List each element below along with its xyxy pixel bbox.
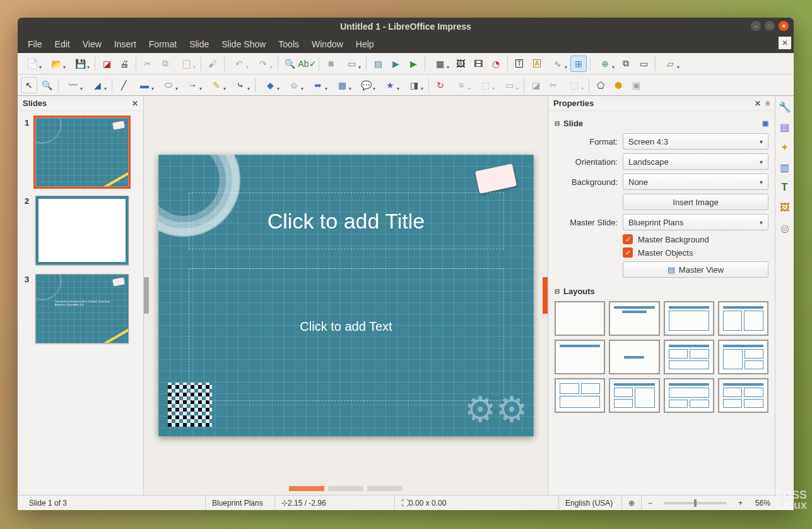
layout-content-two[interactable] bbox=[718, 340, 768, 374]
master-view-button[interactable]: ▤ Master View bbox=[623, 261, 768, 278]
layout-title[interactable] bbox=[609, 301, 659, 336]
image-button[interactable]: 🖼 bbox=[452, 56, 469, 72]
symbol-shapes-tool[interactable]: ☺ bbox=[283, 77, 305, 93]
menu-help[interactable]: Help bbox=[350, 37, 380, 52]
nav-marker-3[interactable] bbox=[367, 486, 403, 491]
arrow-tool[interactable]: → bbox=[181, 77, 204, 93]
layout-12[interactable] bbox=[718, 378, 768, 413]
canvas-viewport[interactable]: ⚙⚙ Click to add Title Click to add Text bbox=[144, 96, 548, 495]
layout-centered[interactable] bbox=[609, 340, 659, 374]
export-pdf-button[interactable]: ◪ bbox=[98, 56, 115, 72]
connector-tool[interactable]: ⤷ bbox=[229, 77, 252, 93]
nav-marker-2[interactable] bbox=[328, 486, 363, 491]
shadow-tool[interactable]: ◪ bbox=[527, 77, 544, 93]
title-placeholder[interactable]: Click to add Title bbox=[189, 193, 504, 249]
master-objects-checkbox[interactable]: ✓ bbox=[623, 247, 633, 258]
fill-color-tool[interactable]: ◢ bbox=[86, 77, 109, 93]
menu-tools[interactable]: Tools bbox=[272, 37, 305, 52]
layout-9[interactable] bbox=[555, 378, 605, 413]
master-background-checkbox[interactable]: ✓ bbox=[623, 234, 633, 244]
status-zoom-fit[interactable]: ⊕ bbox=[622, 496, 642, 510]
status-zoom-out[interactable]: − bbox=[642, 496, 659, 510]
chart-button[interactable]: ◔ bbox=[488, 56, 504, 72]
filter-tool[interactable]: ⬚ bbox=[563, 77, 585, 93]
start-current-button[interactable]: ▶ bbox=[405, 56, 421, 72]
properties-deck-icon[interactable]: 🔧 bbox=[778, 100, 792, 114]
start-first-button[interactable]: ▶ bbox=[387, 56, 404, 72]
new-doc-button[interactable]: 📄 bbox=[21, 56, 44, 72]
open-button[interactable]: 📂 bbox=[45, 56, 68, 72]
redo-button[interactable]: ↷ bbox=[252, 56, 274, 72]
callout-tool[interactable]: 💬 bbox=[355, 77, 377, 93]
crop-tool[interactable]: ✂ bbox=[545, 77, 562, 93]
textbox-button[interactable]: T bbox=[511, 56, 527, 72]
minimize-button[interactable]: – bbox=[751, 21, 761, 31]
undo-button[interactable]: ↶ bbox=[228, 56, 250, 72]
status-zoom-in[interactable]: + bbox=[732, 496, 749, 510]
arrange-tool[interactable]: ⬚ bbox=[474, 77, 497, 93]
master-slides-deck-icon[interactable]: ▥ bbox=[778, 160, 792, 174]
spellcheck-button[interactable]: Ab✓ bbox=[299, 56, 315, 72]
flowchart-tool[interactable]: ▦ bbox=[331, 77, 353, 93]
format-dropdown[interactable]: Screen 4:3 bbox=[623, 133, 768, 150]
close-document-button[interactable]: ✕ bbox=[779, 37, 791, 49]
master-slide-dropdown[interactable]: Blueprint Plans bbox=[623, 214, 768, 230]
menu-slide[interactable]: Slide bbox=[183, 37, 215, 52]
line-color-tool[interactable]: 〰 bbox=[62, 77, 85, 93]
slide-thumb-3[interactable]: 3 This work is licensed under a Creative… bbox=[35, 274, 129, 343]
delete-slide-button[interactable]: ▭ bbox=[635, 56, 652, 72]
section-layouts-header[interactable]: ⊟ Layouts bbox=[555, 287, 768, 296]
copy-button[interactable]: ⧉ bbox=[157, 56, 174, 72]
block-arrows-tool[interactable]: ⬌ bbox=[307, 77, 329, 93]
table-button[interactable]: ▦ bbox=[428, 56, 451, 72]
display-views-button[interactable]: ▭ bbox=[340, 56, 363, 72]
star-tool[interactable]: ★ bbox=[379, 77, 401, 93]
styles-deck-icon[interactable]: T bbox=[778, 181, 792, 194]
points-tool[interactable]: ⬠ bbox=[592, 77, 609, 93]
master-slide-button[interactable]: ▤ bbox=[370, 56, 386, 72]
master-background-row[interactable]: ✓ Master Background bbox=[623, 234, 768, 244]
ellipse-tool[interactable]: ⬭ bbox=[157, 77, 180, 93]
slide-canvas[interactable]: ⚙⚙ Click to add Title Click to add Text bbox=[158, 155, 534, 436]
navigator-deck-icon[interactable]: ◎ bbox=[778, 221, 792, 235]
status-zoom-value[interactable]: 56% bbox=[749, 496, 777, 510]
print-button[interactable]: 🖨 bbox=[116, 56, 132, 72]
layout-11[interactable] bbox=[664, 378, 714, 413]
maximize-button[interactable]: □ bbox=[765, 21, 775, 31]
menu-slideshow[interactable]: Slide Show bbox=[215, 37, 272, 52]
basic-shapes-tool[interactable]: ◆ bbox=[259, 77, 281, 93]
master-objects-row[interactable]: ✓ Master Objects bbox=[623, 247, 768, 258]
duplicate-slide-button[interactable]: ⧉ bbox=[618, 56, 634, 72]
align-tool[interactable]: ≡ bbox=[450, 77, 473, 93]
paste-button[interactable]: 📋 bbox=[175, 56, 197, 72]
close-window-button[interactable]: ✕ bbox=[779, 21, 789, 31]
background-dropdown[interactable]: None bbox=[623, 174, 768, 190]
section-slide-header[interactable]: ⊟ Slide ▣ bbox=[555, 119, 768, 128]
animation-deck-icon[interactable]: ✦ bbox=[778, 140, 792, 154]
extrusion-tool[interactable]: ▣ bbox=[628, 77, 644, 93]
slide-thumb-1[interactable]: 1 bbox=[35, 117, 129, 187]
cut-button[interactable]: ✂ bbox=[139, 56, 156, 72]
menu-edit[interactable]: Edit bbox=[49, 37, 76, 52]
fontwork-button[interactable]: ∿ bbox=[546, 56, 569, 72]
gallery-deck-icon[interactable]: 🖼 bbox=[778, 201, 792, 215]
layout-two-content[interactable] bbox=[718, 301, 768, 336]
nav-marker-1[interactable] bbox=[289, 486, 324, 491]
clone-format-button[interactable]: 🖌 bbox=[204, 56, 221, 72]
menu-window[interactable]: Window bbox=[305, 37, 350, 52]
menu-view[interactable]: View bbox=[76, 37, 108, 52]
status-language[interactable]: English (USA) bbox=[559, 496, 622, 510]
line-tool[interactable]: ╱ bbox=[115, 77, 132, 93]
special-char-button[interactable]: ⊞ bbox=[570, 56, 587, 72]
textbox-vert-button[interactable]: A bbox=[529, 56, 545, 72]
layout-10[interactable] bbox=[609, 378, 659, 413]
rotate-tool[interactable]: ↻ bbox=[432, 77, 449, 93]
slide-layout-button[interactable]: ▱ bbox=[659, 56, 681, 72]
curve-tool[interactable]: ✎ bbox=[205, 77, 228, 93]
layout-title-content[interactable] bbox=[664, 301, 714, 336]
layout-blank[interactable] bbox=[555, 301, 605, 336]
slide-thumb-2[interactable]: 2 bbox=[35, 196, 129, 265]
menu-insert[interactable]: Insert bbox=[108, 37, 143, 52]
slides-panel-close-icon[interactable]: ✕ bbox=[132, 99, 138, 108]
layout-title-only[interactable] bbox=[555, 340, 605, 374]
